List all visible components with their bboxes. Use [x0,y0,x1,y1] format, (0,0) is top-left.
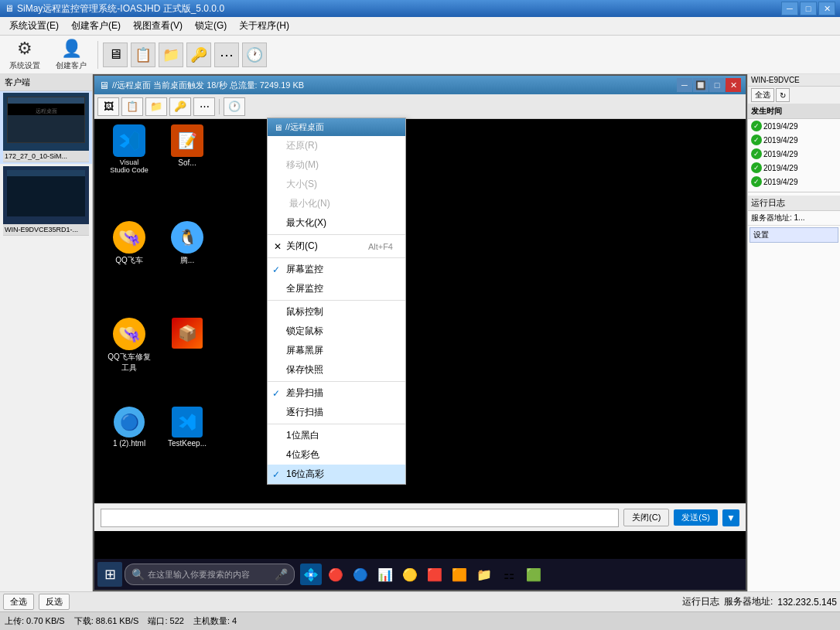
remote-restore-btn[interactable]: 🔲 [693,78,709,92]
toolbar-icon-4[interactable]: 🔑 [186,43,211,67]
remote-desktop-content[interactable]: VisualStudio Code 📝 Sof... 👒 QQ飞车 🐧 腾... [94,119,746,531]
ctx-size[interactable]: 大小(S) [268,175,405,194]
remote-maximize-btn[interactable]: □ [709,78,725,92]
bottom-select-all[interactable]: 全选 [3,594,34,610]
ctx-restore[interactable]: 还原(R) [268,136,405,155]
send-input[interactable] [101,509,619,527]
remote-tb-btn-3[interactable]: 📁 [145,97,167,116]
file-refresh-btn[interactable]: ↻ [776,88,790,102]
status-download: 下载: 88.61 KB/S [74,615,139,627]
taskbar-chrome-icon[interactable]: 🔵 [350,564,371,585]
desktop-icon-html[interactable]: 🔵 1 (2).html [102,405,156,449]
desktop-icon-qqcarfix[interactable]: 👒 QQ飞车修复工具 [102,316,156,375]
remote-window-titlebar: 🖥 //远程桌面 当前桌面触发 18/秒 总流量: 7249.19 KB ─ 🔲… [94,76,746,94]
desktop-icon-vscode[interactable]: VisualStudio Code [102,123,156,175]
ctx-diff-scan[interactable]: ✓ 差异扫描 [268,383,405,403]
taskbar-red2-icon[interactable]: 🟥 [424,564,446,585]
ctx-minimize[interactable]: 最小化(N) [268,194,405,213]
taskbar-green-icon[interactable]: 📊 [374,564,396,585]
remote-window-title-text: //远程桌面 当前桌面触发 18/秒 总流量: 7249.19 KB [112,80,677,91]
send-close-button[interactable]: 关闭(C) [623,509,669,526]
desktop-icon-tencent[interactable]: 🐧 腾... [160,220,214,267]
taskbar-app-icons: 💠 🔴 🔵 📊 🟡 🟥 🟧 📁 ⚏ 🟩 [300,564,545,585]
toolbar-icon-1[interactable]: 🖥 [103,43,128,67]
ctx-sep-2 [268,257,405,258]
send-dropdown-btn[interactable]: ▼ [722,509,739,526]
taskbar-search-text: 在这里输入你要搜索的内容 [148,569,250,581]
remote-tb-btn-1[interactable]: 🖼 [97,97,119,116]
toolbar-icon-6[interactable]: 🕐 [242,43,267,67]
menu-view[interactable]: 视图查看(V) [127,17,189,35]
remote-tb-btn-2[interactable]: 📋 [121,97,143,116]
ctx-1bit[interactable]: 1位黑白 [268,426,405,445]
client-item-2[interactable]: WIN-E9DVCE35RD1-... [0,165,92,238]
select-all-btn[interactable]: 全选 [751,88,774,102]
remote-close-btn[interactable]: ✕ [726,78,741,92]
minimize-button[interactable]: ─ [781,2,798,15]
desktop-icon-winrar[interactable]: 📦 [160,316,214,352]
ctx-maximize[interactable]: 最大化(X) [268,213,405,233]
ctx-close[interactable]: ✕ 关闭(C) Alt+F4 [268,237,405,256]
remote-tb-btn-5[interactable]: ⋯ [193,97,215,116]
taskbar-start-button[interactable]: ⊞ [97,562,122,587]
ctx-sep-5 [268,424,405,424]
testkeep-icon [172,407,203,438]
taskbar-orange-icon[interactable]: 🟧 [449,564,470,585]
ctx-save-snapshot-label: 保存快照 [286,363,323,376]
ctx-fullscreen-monitor[interactable]: 全屏监控 [268,279,405,298]
taskbar-grid-icon[interactable]: ⚏ [498,564,520,585]
taskbar-search-box[interactable]: 🔍 在这里输入你要搜索的内容 🎤 [125,564,295,585]
desktop-icon-qqcar[interactable]: 👒 QQ飞车 [102,220,156,267]
log-time-5: 2019/4/29 [763,178,798,186]
remote-tb-btn-4[interactable]: 🔑 [169,97,191,116]
remote-tb-time[interactable]: 🕐 [224,97,245,116]
send-button[interactable]: 发送(S) [674,509,718,526]
toolbar-icon-2[interactable]: 📋 [131,43,155,67]
taskbar-folder-icon[interactable]: 📁 [473,564,495,585]
tencent-icon: 🐧 [171,221,203,254]
settings-panel-btn[interactable]: 设置 [750,227,838,243]
ctx-save-snapshot[interactable]: 保存快照 [268,360,405,380]
taskbar-yellow-icon[interactable]: 🟡 [399,564,421,585]
toolbar-separator-1 [97,41,98,69]
client-item-1[interactable]: 远程桌面 172_27_0_10-SiM... [0,91,92,165]
ctx-16bit[interactable]: ✓ 16位高彩 [268,465,405,484]
ctx-screen-monitor-label: 屏幕监控 [286,263,323,276]
menu-system[interactable]: 系统设置(E) [3,17,65,35]
qqcarfix-label: QQ飞车修复工具 [108,352,151,373]
toolbar-system-settings[interactable]: ⚙ 系统设置 [3,38,46,72]
maximize-button[interactable]: □ [800,2,817,15]
close-button[interactable]: ✕ [818,2,835,15]
desktop-icon-sof[interactable]: 📝 Sof... [160,123,214,169]
app-icon: 🖥 [5,3,14,14]
toolbar-icon-5[interactable]: ⋯ [214,43,239,67]
ctx-lock-mouse[interactable]: 锁定鼠标 [268,322,405,341]
remote-window: 🖥 //远程桌面 当前桌面触发 18/秒 总流量: 7249.19 KB ─ 🔲… [93,74,747,591]
ctx-4bit[interactable]: 4位彩色 [268,445,405,465]
bottom-invert[interactable]: 反选 [39,594,70,610]
taskbar-green2-icon[interactable]: 🟩 [523,564,545,585]
taskbar-red-icon[interactable]: 🔴 [325,564,347,585]
send-bar: 关闭(C) 发送(S) ▼ [94,503,746,531]
microphone-icon: 🎤 [275,568,288,581]
log-time-header: 发生时间 [748,104,840,119]
ctx-screen-monitor[interactable]: ✓ 屏幕监控 [268,260,405,279]
ctx-mouse-control[interactable]: 鼠标控制 [268,302,405,322]
menu-about[interactable]: 关于程序(H) [233,17,295,35]
menu-lock[interactable]: 锁定(G) [189,17,233,35]
log-dot-2: ✓ [751,135,762,145]
ctx-16bit-label: 16位高彩 [286,468,324,481]
app-title: SiMay远程监控管理系统-IOASJHD 正式版_5.0.0.0 [17,2,781,15]
taskbar-vscode-icon[interactable]: 💠 [300,564,322,585]
ctx-line-scan[interactable]: 逐行扫描 [268,403,405,422]
toolbar-system-label: 系统设置 [9,60,40,71]
toolbar-create-client[interactable]: 👤 创建客户 [50,38,93,72]
remote-minimize-btn[interactable]: ─ [677,78,692,92]
ctx-move[interactable]: 移动(M) [268,155,405,175]
toolbar-icon-3[interactable]: 📁 [159,43,183,67]
ctx-screen-black[interactable]: 屏幕黑屏 [268,341,405,360]
menu-create-client[interactable]: 创建客户(E) [65,17,127,35]
remote-taskbar: ⊞ 🔍 在这里输入你要搜索的内容 🎤 💠 🔴 🔵 📊 🟡 🟥 🟧 📁 ⚏ [94,559,746,590]
file-panel: WIN-E9DVCE 全选 ↻ 发生时间 ✓ 2019/4/29 ✓ 2019/… [747,74,840,591]
desktop-icon-testkeep[interactable]: TestKeep... [160,405,214,449]
